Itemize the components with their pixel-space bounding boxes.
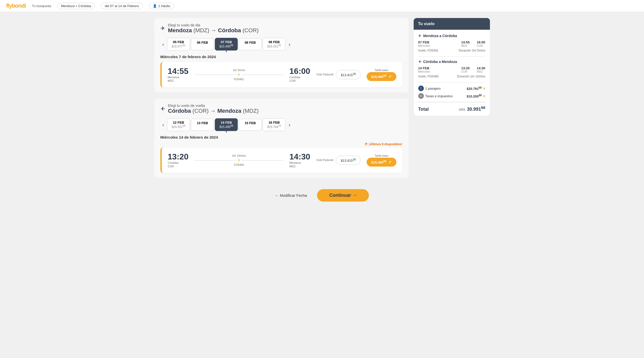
taxes-chevron-icon[interactable]: ∨ <box>483 94 485 98</box>
return-header: ✈ Elegí tu vuelo de vuelta Córdoba (COR)… <box>160 104 402 114</box>
outbound-date-2[interactable]: 07 FEB $15.49599 <box>215 38 238 51</box>
return-arrive-time: 14:30 <box>289 153 310 161</box>
sidebar-outbound-route: Mendoza a Córdoba <box>423 34 457 38</box>
outbound-section: ✈ Elegí tu vuelo de ida Mendoza (MDZ) → … <box>154 18 409 92</box>
sidebar-return-arrive-time: 14:30 <box>477 66 485 70</box>
outbound-base-label: Tarifa base <box>375 69 388 72</box>
return-depart-city: Córdoba <box>168 161 189 164</box>
passengers-chevron-icon[interactable]: ∨ <box>483 86 485 90</box>
sidebar-outbound-detail: 07 FEB Miércoles 14:55 MDZ → 16:00 CO <box>418 40 485 47</box>
return-date-0[interactable]: 12 FEB $29.35106 <box>167 118 190 131</box>
route-text: Mendoza > Córdoba <box>61 4 91 8</box>
outbound-date-4[interactable]: 09 FEB $29.35106 <box>263 38 286 51</box>
plane-icon-outbound: ✈ <box>160 25 165 32</box>
sidebar-outbound-flight-row: Vuelo: FO5461 Duración 1hr 5mins <box>418 49 485 52</box>
alert-text: ¡Últimos 8 disponibles! <box>369 142 402 146</box>
availability-alert: ⏱ ¡Últimos 8 disponibles! <box>160 142 402 146</box>
outbound-line-bar-left <box>194 75 236 75</box>
taxes-price: $10.20098 <box>467 94 482 98</box>
outbound-date-price-4: $29.35106 <box>267 44 281 48</box>
outbound-base-price-btn[interactable]: $15.49599 ✓ <box>367 72 396 81</box>
sidebar-return-duration: Duración 1hr 10mins <box>457 75 485 78</box>
return-duration: 1hr 10mins <box>232 154 246 157</box>
outbound-duration: 1hr 5mins <box>233 69 245 72</box>
modify-date-button[interactable]: ← Modificar Fecha <box>275 193 307 198</box>
return-route: Córdoba (COR) → Mendoza (MDZ) <box>168 108 259 114</box>
return-depart-time: 13:20 <box>168 153 189 161</box>
sidebar-outbound-date-col: 07 FEB Miércoles <box>418 40 430 47</box>
passengers-icon: 👤 <box>153 4 157 8</box>
route-pill[interactable]: Mendoza > Córdoba <box>57 3 95 9</box>
main-content: ✈ Elegí tu vuelo de ida Mendoza (MDZ) → … <box>144 12 500 184</box>
return-next-date[interactable]: › <box>287 121 292 129</box>
outbound-pricing: Club Flybondi $13.81538 <box>316 70 361 79</box>
return-line-bar-right <box>242 160 283 160</box>
passengers-text: 1 Adulto <box>158 4 170 8</box>
return-base-price-btn[interactable]: $15.49599 ✓ <box>367 158 396 167</box>
outbound-section-label: Elegí tu vuelo de ida <box>168 23 259 27</box>
return-date-3[interactable]: 15 FEB - <box>239 119 262 131</box>
return-prev-date[interactable]: ‹ <box>160 121 166 129</box>
continue-button[interactable]: Continuar → <box>317 189 369 202</box>
dates-text: del 07 al 14 de Febrero <box>105 4 139 8</box>
outbound-club-price-btn[interactable]: $13.81538 <box>336 70 361 79</box>
total-price: 30.99198 <box>467 107 485 112</box>
outbound-title-block: Elegí tu vuelo de ida Mendoza (MDZ) → Có… <box>168 23 259 34</box>
outbound-depart-code: MDZ <box>168 79 189 82</box>
return-club-price: $13.81538 <box>341 159 356 162</box>
outbound-date-3[interactable]: 08 FEB - <box>239 38 262 50</box>
outbound-date-price-2: $15.49599 <box>219 44 233 48</box>
sidebar-outbound-duration: Duración 1hr 5mins <box>459 49 485 52</box>
return-flight-number: FO5460 <box>234 163 244 166</box>
passengers-cost-label: 👤 1 pasajero <box>418 86 441 91</box>
logo: flybondi <box>6 3 26 9</box>
outbound-club-price: $13.81538 <box>341 73 356 77</box>
return-pricing: Club Flybondi $13.81538 <box>316 156 361 165</box>
return-date-label-2: 14 FEB <box>219 121 233 124</box>
tax-icon: % <box>418 93 424 99</box>
return-title-block: Elegí tu vuelo de vuelta Córdoba (COR) →… <box>168 104 259 114</box>
return-club-label: Club Flybondi <box>316 158 333 161</box>
return-line-bar-left <box>194 160 236 160</box>
return-date-price-1: - <box>195 125 209 128</box>
return-date-4[interactable]: 16 FEB $25.78424 <box>263 118 286 131</box>
sidebar-outbound-arrive: 16:00 COR <box>477 40 485 47</box>
outbound-plane-icon: ✈ <box>237 73 241 77</box>
outbound-prev-date[interactable]: ‹ <box>160 40 166 48</box>
return-section: ✈ Elegí tu vuelo de vuelta Córdoba (COR)… <box>154 99 409 178</box>
passengers-pill[interactable]: 👤 1 Adulto <box>149 3 174 9</box>
outbound-to: Córdoba <box>218 27 241 34</box>
left-panel: ✈ Elegí tu vuelo de ida Mendoza (MDZ) → … <box>154 18 409 178</box>
outbound-date-label-3: 08 FEB <box>243 41 257 44</box>
return-date-2[interactable]: 14 FEB $15.49599 <box>215 118 238 131</box>
return-plane-icon: ✈ <box>237 158 241 162</box>
return-arrive-block: 14:30 Mendoza MDZ <box>289 153 310 168</box>
outbound-date-1[interactable]: 06 FEB - <box>191 38 214 50</box>
outbound-line-bar-right <box>242 75 283 75</box>
outbound-arrive-block: 16:00 Córdoba COR <box>289 67 310 82</box>
outbound-arrive-time: 16:00 <box>289 67 310 75</box>
return-club-price-btn[interactable]: $13.81538 <box>336 156 361 165</box>
outbound-next-date[interactable]: › <box>287 40 292 48</box>
sidebar-outbound-date: 07 FEB <box>418 40 430 44</box>
outbound-date-0[interactable]: 05 FEB $18.97701 <box>167 38 190 51</box>
outbound-day-label: Miércoles 7 de febrero de 2024 <box>160 55 402 59</box>
sidebar-return-times: 13:20 COR → 14:30 MDZ <box>461 66 485 73</box>
return-flight-middle: 1hr 10mins ✈ FO5460 <box>194 154 283 166</box>
tu-vuelo-body: ✈ Mendoza a Córdoba 07 FEB Miércoles 14:… <box>414 30 490 116</box>
sidebar-return-arrow: → <box>472 68 475 72</box>
dates-pill[interactable]: del 07 al 14 de Febrero <box>101 3 143 9</box>
outbound-base-price: $15.49599 <box>371 74 386 79</box>
outbound-header: ✈ Elegí tu vuelo de ida Mendoza (MDZ) → … <box>160 23 402 34</box>
sidebar-plane-outbound: ✈ <box>418 34 421 38</box>
return-date-price-2: $15.49599 <box>219 124 233 129</box>
return-arrive-code: MDZ <box>289 165 310 168</box>
sidebar-return-flight-row: Vuelo: FO5460 Duración 1hr 10mins <box>418 75 485 78</box>
outbound-date-label-4: 09 FEB <box>267 40 281 44</box>
return-date-1[interactable]: 13 FEB - <box>191 119 214 131</box>
outbound-from: Mendoza <box>168 27 192 34</box>
outbound-date-price-0: $18.97701 <box>171 44 186 48</box>
outbound-flight-middle: 1hr 5mins ✈ FO5461 <box>194 69 283 81</box>
sidebar-return-date: 14 FEB <box>418 66 430 70</box>
return-flight-card: 13:20 Córdoba COR 1hr 10mins ✈ FO5460 14… <box>160 148 402 173</box>
